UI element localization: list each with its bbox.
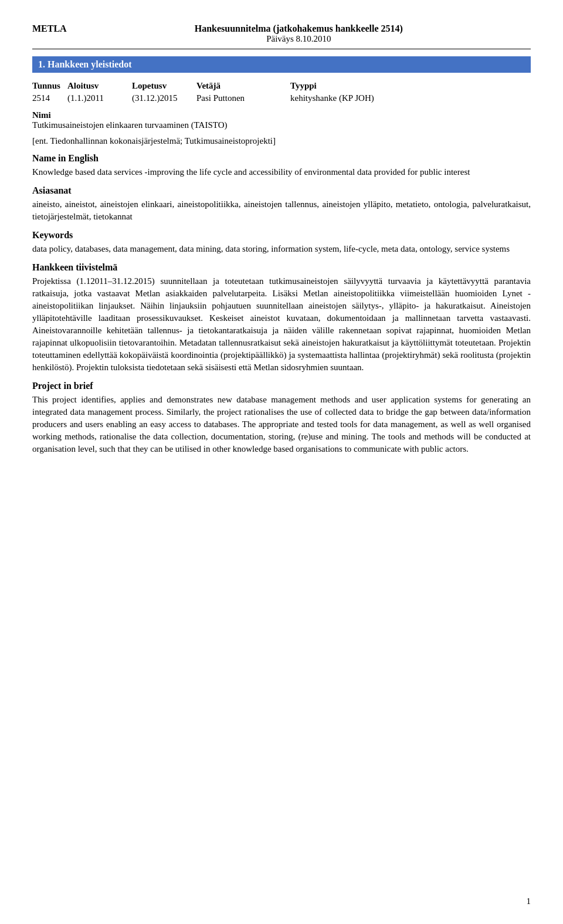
cell-tunnus: 2514	[32, 92, 67, 104]
nimi-value: Tutkimusaineistojen elinkaaren turvaamin…	[32, 120, 227, 130]
cell-lopetus: (31.12.)2015	[132, 92, 196, 104]
nimi-block: Nimi Tutkimusaineistojen elinkaaren turv…	[32, 110, 531, 130]
nimi-suffix: [ent. Tiedonhallinnan kokonaisjärjestelm…	[32, 135, 531, 147]
document-date: Päiväys 8.10.2010	[79, 34, 519, 44]
header-divider	[32, 49, 531, 49]
keywords-label: Keywords	[32, 230, 531, 241]
org-name: METLA	[32, 23, 67, 34]
page-number: 1	[527, 896, 531, 906]
hankkeen-tiivistelma-text: Projektissa (1.12011–31.12.2015) suunnit…	[32, 275, 531, 374]
keywords-text: data policy, databases, data management,…	[32, 243, 531, 255]
col-header-tunnus: Tunnus	[32, 80, 67, 92]
project-info-table: Tunnus Aloitusv Lopetusv Vetäjä Tyyppi 2…	[32, 80, 531, 104]
table-row: 2514 (1.1.)2011 (31.12.)2015 Pasi Putton…	[32, 92, 531, 104]
hankkeen-tiivistelma-label: Hankkeen tiivistelmä	[32, 262, 531, 273]
project-in-brief-label: Project in brief	[32, 381, 531, 391]
cell-vetaja: Pasi Puttonen	[196, 92, 290, 104]
name-in-english-label: Name in English	[32, 153, 531, 164]
col-header-vetaja: Vetäjä	[196, 80, 290, 92]
asiasanat-text: aineisto, aineistot, aineistojen elinkaa…	[32, 198, 531, 223]
document-title: Hankesuunnitelma (jatkohakemus hankkeell…	[79, 23, 519, 34]
nimi-label: Nimi	[32, 110, 51, 120]
section1-title: 1. Hankkeen yleistiedot	[32, 56, 531, 73]
name-in-english-text: Knowledge based data services -improving…	[32, 166, 531, 178]
cell-tyyppi: kehityshanke (KP JOH)	[290, 92, 531, 104]
col-header-lopetus: Lopetusv	[132, 80, 196, 92]
page: METLA Hankesuunnitelma (jatkohakemus han…	[0, 0, 563, 924]
page-header: METLA Hankesuunnitelma (jatkohakemus han…	[32, 23, 531, 44]
col-header-aloitus: Aloitusv	[67, 80, 132, 92]
project-in-brief-text: This project identifies, applies and dem…	[32, 394, 531, 455]
cell-aloitus: (1.1.)2011	[67, 92, 132, 104]
col-header-tyyppi: Tyyppi	[290, 80, 531, 92]
header-center: Hankesuunnitelma (jatkohakemus hankkeell…	[67, 23, 531, 44]
asiasanat-label: Asiasanat	[32, 185, 531, 196]
